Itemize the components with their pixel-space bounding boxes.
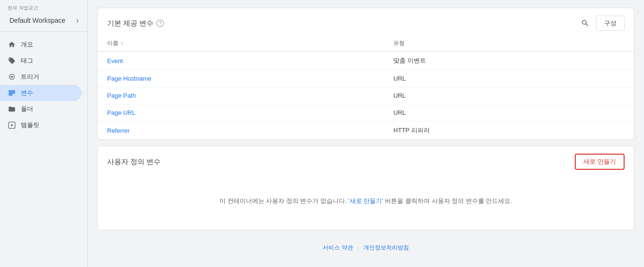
builtin-section-title: 기본 제공 변수 ? <box>107 19 164 28</box>
sidebar-item-variables[interactable]: 변수 <box>0 85 82 101</box>
builtin-variables-table: 이름 ↑ 유형 Event 맞춤 이벤트 Page Hostname URL P… <box>98 36 634 139</box>
new-variable-button[interactable]: 새로 만들기 <box>575 154 625 170</box>
overview-icon <box>8 40 16 49</box>
var-type-cell: URL <box>384 70 634 87</box>
svg-point-6 <box>11 124 13 126</box>
sort-arrow-icon: ↑ <box>121 41 123 46</box>
var-name-cell: Event <box>98 52 384 70</box>
var-name-link[interactable]: Page Hostname <box>107 75 151 82</box>
var-name-cell: Page Hostname <box>98 70 384 87</box>
empty-message: 이 컨테이너에는 사용자 정의 변수가 없습니다. '새로 만들기' 버튼을 클… <box>98 177 634 230</box>
config-button[interactable]: 구성 <box>596 16 625 31</box>
var-type-cell: HTTP 리퍼러 <box>384 121 634 140</box>
folder-icon <box>8 105 16 113</box>
sidebar-item-tags[interactable]: 태그 <box>0 53 82 69</box>
terms-link[interactable]: 서비스 약관 <box>323 244 353 251</box>
trigger-icon <box>8 73 16 81</box>
svg-point-1 <box>11 76 13 78</box>
table-row: Page Path URL <box>98 87 634 104</box>
sidebar-item-label-overview: 개요 <box>21 40 33 49</box>
sidebar-item-label-folders: 폴더 <box>21 105 33 113</box>
sidebar-item-templates[interactable]: 템플릿 <box>0 117 82 133</box>
var-type-cell: 맞춤 이벤트 <box>384 52 634 70</box>
sidebar-item-overview[interactable]: 개요 <box>0 37 82 53</box>
col-name-header: 이름 ↑ <box>98 36 384 52</box>
new-btn-reference: '새로 만들기' <box>348 197 383 204</box>
var-name-cell: Page URL <box>98 104 384 121</box>
footer-separator: · <box>357 244 359 251</box>
main-content: 기본 제공 변수 ? 구성 이름 ↑ 유형 <box>88 0 644 267</box>
info-icon[interactable]: ? <box>156 19 164 27</box>
template-icon <box>8 121 16 129</box>
sidebar-nav: 개요 태그 트리거 변수 폴더 <box>0 35 87 135</box>
user-variables-section: 사용자 정의 변수 새로 만들기 이 컨테이너에는 사용자 정의 변수가 없습니… <box>97 146 635 230</box>
builtin-section-header: 기본 제공 변수 ? 구성 <box>98 8 634 31</box>
var-name-link[interactable]: Referrer <box>107 127 130 134</box>
privacy-link[interactable]: 개인정보처리방침 <box>363 244 409 251</box>
table-row: Page URL URL <box>98 104 634 121</box>
chevron-right-icon: › <box>76 16 79 25</box>
svg-rect-2 <box>9 91 15 92</box>
empty-message-text: 이 컨테이너에는 사용자 정의 변수가 없습니다. '새로 만들기' 버튼을 클… <box>219 197 512 204</box>
var-type-cell: URL <box>384 87 634 104</box>
sidebar-item-triggers[interactable]: 트리거 <box>0 69 82 85</box>
sidebar-divider <box>0 31 87 32</box>
sidebar-item-label-templates: 템플릿 <box>21 121 39 129</box>
var-type-cell: URL <box>384 104 634 121</box>
builtin-title-text: 기본 제공 변수 <box>107 19 154 28</box>
user-section-title: 사용자 정의 변수 <box>107 157 161 166</box>
user-section-header: 사용자 정의 변수 새로 만들기 <box>98 146 634 177</box>
table-row: Referrer HTTP 리퍼러 <box>98 121 634 140</box>
svg-rect-4 <box>9 94 12 96</box>
col-type-header: 유형 <box>384 36 634 52</box>
footer: 서비스 약관 · 개인정보처리방침 <box>97 236 635 259</box>
table-row: Page Hostname URL <box>98 70 634 87</box>
variable-icon <box>8 89 16 97</box>
sidebar-item-label-variables: 변수 <box>21 89 33 97</box>
table-row: Event 맞춤 이벤트 <box>98 52 634 70</box>
search-button[interactable] <box>578 16 592 30</box>
tag-icon <box>8 56 16 65</box>
sidebar-item-label-triggers: 트리거 <box>21 73 39 81</box>
var-name-cell: Page Path <box>98 87 384 104</box>
var-name-link[interactable]: Page URL <box>107 109 136 116</box>
builtin-section-actions: 구성 <box>578 16 625 31</box>
sidebar-item-folders[interactable]: 폴더 <box>0 101 82 117</box>
workspace-selector[interactable]: Default Workspace › <box>4 13 83 28</box>
workspace-label: 현재 작업공간 <box>0 0 87 12</box>
var-name-link[interactable]: Page Path <box>107 92 136 99</box>
var-name-cell: Referrer <box>98 121 384 140</box>
sidebar-item-label-tags: 태그 <box>21 56 33 65</box>
builtin-variables-section: 기본 제공 변수 ? 구성 이름 ↑ 유형 <box>97 8 635 140</box>
workspace-name: Default Workspace <box>9 17 65 24</box>
sidebar: 현재 작업공간 Default Workspace › 개요 태그 트리거 <box>0 0 88 267</box>
var-name-link[interactable]: Event <box>107 57 123 64</box>
user-title-text: 사용자 정의 변수 <box>107 157 161 166</box>
svg-rect-3 <box>9 92 15 94</box>
